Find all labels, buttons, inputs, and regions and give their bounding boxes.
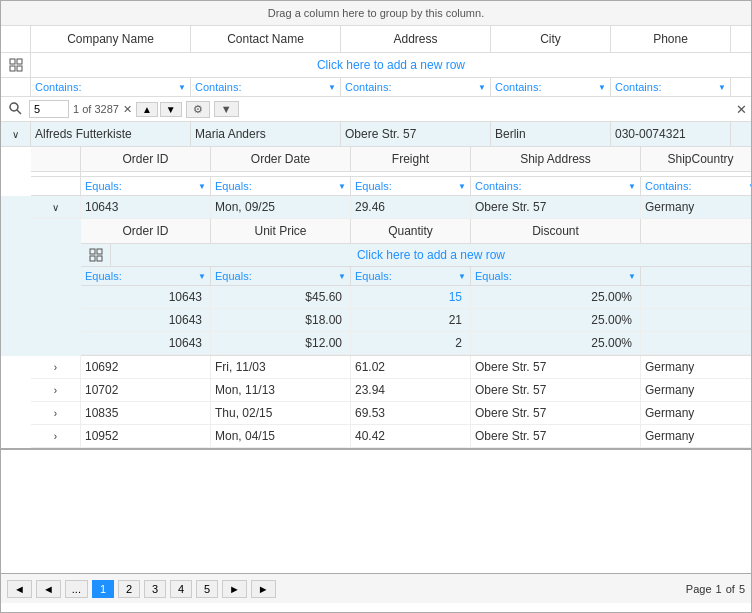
orders-filter-country[interactable]: Contains: ▼ <box>641 177 751 195</box>
city-header: City <box>491 26 611 52</box>
order-expand-toggle[interactable]: ∨ <box>31 196 81 218</box>
filter-city[interactable]: Contains: ▼ <box>491 78 611 96</box>
first-page-button[interactable]: ◄ <box>7 580 32 598</box>
od-filter-id-label: Equals: <box>85 270 122 282</box>
filter-contact-dropdown[interactable]: ▼ <box>328 83 336 92</box>
svg-rect-9 <box>97 256 102 261</box>
filter-contact-label: Contains: <box>195 81 241 93</box>
filter-city-dropdown[interactable]: ▼ <box>598 83 606 92</box>
search-nav: ▲ ▼ <box>136 102 182 117</box>
orders-filter-freight-dropdown[interactable]: ▼ <box>458 182 466 191</box>
page-4-button[interactable]: 4 <box>170 580 192 598</box>
orders-filter-id-label: Equals: <box>85 180 122 192</box>
filter-phone-dropdown[interactable]: ▼ <box>718 83 726 92</box>
order-row-expanded: ∨ 10643 Mon, 09/25 29.46 Obere Str. 57 G… <box>1 196 751 356</box>
filter-company[interactable]: Contains: ▼ <box>31 78 191 96</box>
collapsed-order-10952: › 10952 Mon, 04/15 40.42 Obere Str. 57 G… <box>31 425 751 448</box>
od-filter-discount-dropdown[interactable]: ▼ <box>628 272 636 281</box>
svg-rect-6 <box>90 249 95 254</box>
od-filter-discount[interactable]: Equals: ▼ <box>471 267 641 285</box>
filter-empty-cell <box>1 78 31 96</box>
add-row-icon <box>1 53 31 77</box>
order-10702-date: Mon, 11/13 <box>211 379 351 401</box>
search-settings-button[interactable]: ⚙ <box>186 101 210 118</box>
search-close-button[interactable]: ✕ <box>736 102 747 117</box>
ship-country-header: ShipCountry <box>641 147 751 171</box>
order-10952-date: Mon, 04/15 <box>211 425 351 447</box>
order-10835-ship-address: Obere Str. 57 <box>471 402 641 424</box>
prev-page-button[interactable]: ◄ <box>36 580 61 598</box>
filter-address[interactable]: Contains: ▼ <box>341 78 491 96</box>
od-filter-price[interactable]: Equals: ▼ <box>211 267 351 285</box>
search-icon <box>5 101 25 118</box>
order-date-cell: Mon, 09/25 <box>211 196 351 218</box>
search-clear-button[interactable]: ✕ <box>123 103 132 116</box>
master-row-expanded: ∨ Alfreds Futterkiste Maria Anders Obere… <box>1 122 751 147</box>
order-10835-expand[interactable]: › <box>31 402 81 424</box>
orders-filter-freight[interactable]: Equals: ▼ <box>351 177 471 195</box>
contact-name-header: Contact Name <box>191 26 341 52</box>
page-1-button[interactable]: 1 <box>92 580 114 598</box>
filter-address-label: Contains: <box>345 81 391 93</box>
od-add-row-link[interactable]: Click here to add a new row <box>111 244 751 266</box>
order-10952-expand[interactable]: › <box>31 425 81 447</box>
data-area: ∨ Alfreds Futterkiste Maria Anders Obere… <box>1 122 751 573</box>
order-10702-expand[interactable]: › <box>31 379 81 401</box>
page-3-button[interactable]: 3 <box>144 580 166 598</box>
orders-filter-id-dropdown[interactable]: ▼ <box>198 182 206 191</box>
orders-expand-cell[interactable] <box>31 172 81 176</box>
address-header: Address <box>341 26 491 52</box>
order-id-header: Order ID <box>81 147 211 171</box>
order-10952-freight: 40.42 <box>351 425 471 447</box>
filter-company-label: Contains: <box>35 81 81 93</box>
order-10702-id: 10702 <box>81 379 211 401</box>
od-filter-price-dropdown[interactable]: ▼ <box>338 272 346 281</box>
order-10692-freight: 61.02 <box>351 356 471 378</box>
next-page-button[interactable]: ► <box>222 580 247 598</box>
orders-filter-date[interactable]: Equals: ▼ <box>211 177 351 195</box>
od-filter-id-dropdown[interactable]: ▼ <box>198 272 206 281</box>
contact-cell: Maria Anders <box>191 122 341 146</box>
svg-rect-2 <box>10 66 15 71</box>
search-prev-button[interactable]: ▲ <box>136 102 158 117</box>
svg-rect-3 <box>17 66 22 71</box>
order-10692-expand[interactable]: › <box>31 356 81 378</box>
od-discount-header: Discount <box>471 219 641 243</box>
orders-sub-headers: Order ID Order Date Freight Ship Address… <box>31 147 751 172</box>
order-10835-freight: 69.53 <box>351 402 471 424</box>
ellipsis-button[interactable]: ... <box>65 580 88 598</box>
od-filter-row: Equals: ▼ Equals: ▼ Equals: ▼ Equals: <box>81 267 751 286</box>
add-row-link[interactable]: Click here to add a new row <box>31 53 751 77</box>
orders-filter-address[interactable]: Contains: ▼ <box>471 177 641 195</box>
search-next-button[interactable]: ▼ <box>160 102 182 117</box>
order-10702-freight: 23.94 <box>351 379 471 401</box>
orders-filter-address-dropdown[interactable]: ▼ <box>628 182 636 191</box>
filter-contact[interactable]: Contains: ▼ <box>191 78 341 96</box>
last-page-button[interactable]: ► <box>251 580 276 598</box>
page-2-button[interactable]: 2 <box>118 580 140 598</box>
orders-filter-date-dropdown[interactable]: ▼ <box>338 182 346 191</box>
filter-address-dropdown[interactable]: ▼ <box>478 83 486 92</box>
svg-rect-7 <box>97 249 102 254</box>
order-ship-address-cell: Obere Str. 57 <box>471 196 641 218</box>
orders-filter-country-dropdown[interactable]: ▼ <box>748 182 751 191</box>
page-5-button[interactable]: 5 <box>196 580 218 598</box>
search-options-button[interactable]: ▼ <box>214 101 239 117</box>
od-filter-id[interactable]: Equals: ▼ <box>81 267 211 285</box>
od-filter-qty-label: Equals: <box>355 270 392 282</box>
filter-company-dropdown[interactable]: ▼ <box>178 83 186 92</box>
order-10835-id: 10835 <box>81 402 211 424</box>
filter-phone[interactable]: Contains: ▼ <box>611 78 731 96</box>
search-input[interactable] <box>29 100 69 118</box>
order-10952-ship-address: Obere Str. 57 <box>471 425 641 447</box>
od-filter-qty-dropdown[interactable]: ▼ <box>458 272 466 281</box>
od3-unit-price: $12.00 <box>211 332 351 354</box>
od1-order-id: 10643 <box>81 286 211 308</box>
address-cell: Obere Str. 57 <box>341 122 491 146</box>
phone-cell: 030-0074321 <box>611 122 731 146</box>
orders-filter-id[interactable]: Equals: ▼ <box>81 177 211 195</box>
expand-toggle[interactable]: ∨ <box>1 122 31 146</box>
od-filter-qty[interactable]: Equals: ▼ <box>351 267 471 285</box>
ship-address-header: Ship Address <box>471 147 641 171</box>
filter-city-label: Contains: <box>495 81 541 93</box>
